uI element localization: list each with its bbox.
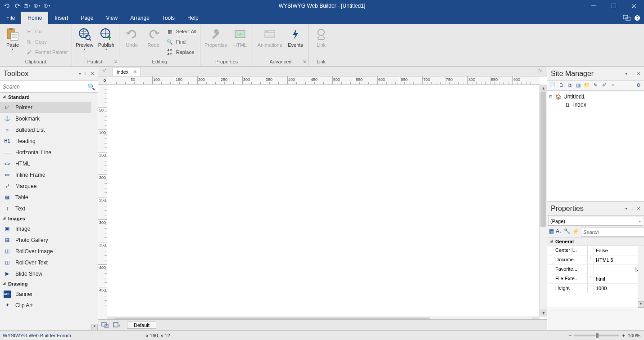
toolbox-category[interactable]: Images — [0, 214, 98, 223]
preview-button[interactable]: Preview ▾ — [75, 25, 95, 51]
close-icon[interactable]: ✕ — [91, 71, 94, 76]
toolbox-item[interactable]: ≡Bulleted List — [0, 124, 98, 135]
redo-button[interactable]: Redo — [144, 25, 163, 48]
toolbox-item[interactable]: ABCBanner — [0, 288, 98, 300]
menu-help[interactable]: Help — [181, 12, 205, 24]
find-button[interactable]: 🔍Find — [165, 37, 197, 46]
new-page-icon[interactable]: 📄 — [549, 82, 556, 89]
close-icon[interactable]: ✕ — [637, 206, 640, 211]
toolbox-item[interactable]: ▶Slide Show — [0, 268, 98, 279]
scroll-thumb[interactable] — [540, 92, 546, 227]
pin-icon[interactable]: ⊥ — [630, 71, 634, 76]
minimize-button[interactable] — [583, 0, 603, 12]
maximize-button[interactable] — [603, 0, 624, 12]
events-icon[interactable]: ⚡ — [572, 228, 579, 236]
tree-root[interactable]: ⊟ 🏠 Untitled1 — [549, 93, 642, 101]
site-tree[interactable]: ⊟ 🏠 Untitled1 🗋 index — [547, 91, 644, 201]
toolbox-item[interactable]: ◸Pointer — [0, 102, 98, 113]
format-painter-button[interactable]: 🖌Format Painter — [24, 48, 69, 57]
ribbon-display-icon[interactable] — [623, 15, 630, 21]
preview-icon[interactable]: ▾ — [33, 2, 41, 9]
menu-file[interactable]: File — [0, 12, 21, 24]
toolbox-item[interactable]: ▦Photo Gallery — [0, 234, 98, 246]
scroll-down-icon[interactable]: ▼ — [540, 309, 547, 317]
wrench-icon[interactable]: 🔧 — [564, 228, 571, 236]
toolbox-search[interactable]: 🔍 — [0, 81, 98, 93]
forum-link[interactable]: WYSIWYG Web Builder Forum — [0, 333, 71, 338]
help-icon[interactable]: ? — [634, 15, 640, 21]
menu-home[interactable]: Home — [21, 12, 48, 24]
zoom-handle[interactable] — [596, 333, 599, 338]
properties-search[interactable]: 🔍 — [581, 228, 644, 237]
properties-search-input[interactable] — [583, 229, 644, 235]
toolbox-item[interactable]: <>HTML — [0, 158, 98, 169]
pin-icon[interactable]: ⊥ — [84, 71, 88, 76]
menu-view[interactable]: View — [100, 12, 124, 24]
toolbox-item[interactable]: ▭Inline Frame — [0, 169, 98, 180]
scroll-down-icon[interactable]: ▼ — [638, 301, 644, 308]
dialog-launcher-icon[interactable]: ⇲ — [303, 59, 306, 64]
property-row[interactable]: Center i...▫False — [547, 246, 644, 255]
sort-icon[interactable]: A↓ — [556, 228, 562, 236]
copy-page-icon[interactable]: ⧉ — [566, 82, 573, 89]
properties-grid[interactable]: ▲▼ GeneralCenter i...▫FalseDocume...▫HTM… — [547, 237, 644, 308]
tab-close-icon[interactable]: ✕ — [133, 69, 137, 75]
toolbox-item[interactable]: ⚓Bookmark — [0, 113, 98, 124]
breakpoint-selector[interactable]: Default — [127, 322, 156, 329]
property-category[interactable]: General — [547, 237, 644, 246]
menu-tools[interactable]: Tools — [156, 12, 181, 24]
panel-menu-icon[interactable]: ▾ — [625, 71, 627, 76]
property-row[interactable]: Height▫1000 — [547, 284, 644, 293]
edit2-icon[interactable]: ✐ — [600, 82, 608, 89]
zoom-level[interactable]: 100% — [628, 333, 640, 338]
toolbox-item[interactable]: ⇄Marquee — [0, 180, 98, 192]
select-all-button[interactable]: ▦Select All — [165, 27, 197, 36]
zoom-in-button[interactable]: + — [622, 333, 625, 338]
dialog-launcher-icon[interactable]: ⇲ — [113, 59, 117, 64]
replace-button[interactable]: ABACReplace — [165, 48, 197, 57]
toolbox-item[interactable]: TText — [0, 203, 98, 214]
folder-icon[interactable]: 📁 — [583, 82, 590, 89]
categorized-icon[interactable]: ▦ — [549, 228, 554, 236]
document-tab[interactable]: index ✕ — [113, 67, 141, 76]
responsive-icon[interactable] — [100, 321, 110, 329]
clone-icon[interactable]: ▥ — [575, 82, 582, 89]
property-row[interactable]: Docume...▫HTML 5 — [547, 255, 644, 265]
paste-button[interactable]: Paste ▾ — [3, 25, 23, 51]
close-icon[interactable]: ✕ — [637, 71, 640, 76]
html-button[interactable]: </> HTML — [230, 25, 250, 48]
menu-insert[interactable]: Insert — [48, 12, 74, 24]
properties-selector[interactable]: (Page)▾ — [548, 217, 643, 226]
delete-icon[interactable]: ✕ — [609, 82, 616, 89]
search-icon[interactable]: 🔍 — [87, 83, 95, 90]
pin-icon[interactable]: ⊥ — [630, 206, 634, 211]
toolbox-item[interactable]: ▦Table — [0, 192, 98, 203]
properties-button[interactable]: Properties — [203, 25, 228, 48]
vertical-ruler[interactable]: 50100150200250300350400450 — [98, 85, 107, 322]
events-button[interactable]: Events — [286, 25, 305, 48]
toolbox-item[interactable]: ◫RollOver Text — [0, 257, 98, 268]
tree-child[interactable]: 🗋 index — [559, 101, 642, 109]
tab-prev-icon[interactable]: ◁ — [101, 68, 108, 75]
vertical-scrollbar[interactable]: ▲ ▼ — [540, 85, 547, 317]
settings-icon[interactable]: ⚙ — [635, 82, 642, 89]
new-folder-icon[interactable]: 🗋 — [558, 82, 565, 89]
zoom-out-button[interactable]: − — [569, 333, 571, 338]
menu-arrange[interactable]: Arrange — [124, 12, 156, 24]
zoom-slider[interactable] — [574, 335, 619, 336]
cut-button[interactable]: ✂Cut — [24, 27, 69, 36]
property-row[interactable]: File Exte...▫html — [547, 274, 644, 284]
undo-icon[interactable] — [4, 2, 11, 9]
page-canvas[interactable] — [107, 85, 540, 317]
publish-button[interactable]: Publish ▾ — [96, 25, 116, 51]
animations-button[interactable]: Animations — [256, 25, 284, 48]
toolbox-item[interactable]: ✦Clip Art — [0, 300, 98, 311]
undo-button[interactable]: Undo — [122, 25, 142, 48]
menu-page[interactable]: Page — [74, 12, 100, 24]
edit-icon[interactable]: ✎ — [592, 82, 599, 89]
panel-menu-icon[interactable]: ▾ — [79, 71, 81, 76]
toolbox-item[interactable]: H1Heading — [0, 135, 98, 147]
scroll-down-icon[interactable]: ▼ — [91, 324, 98, 330]
link-button[interactable]: Link — [311, 25, 331, 48]
search-input[interactable] — [3, 84, 87, 90]
